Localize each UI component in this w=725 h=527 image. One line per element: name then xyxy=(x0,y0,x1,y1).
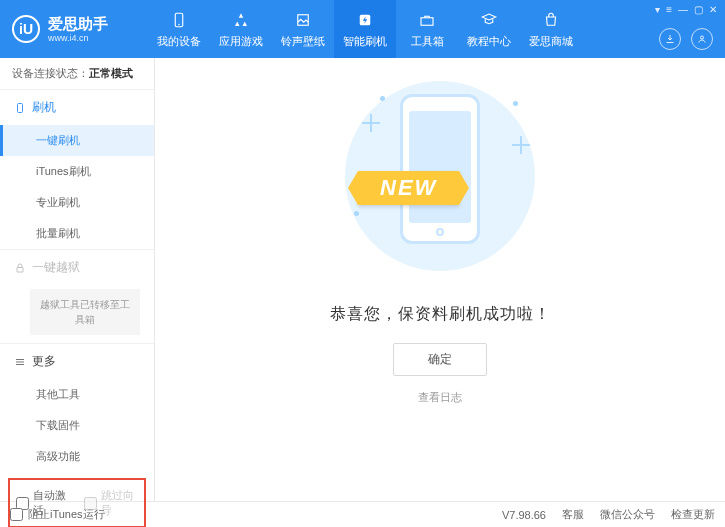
tab-ringtones[interactable]: 铃声壁纸 xyxy=(272,0,334,58)
success-message: 恭喜您，保资料刷机成功啦！ xyxy=(330,304,551,325)
flash-section-icon xyxy=(14,102,26,114)
nav-tabs: 我的设备 应用游戏 铃声壁纸 智能刷机 工具箱 教程中心 爱思商城 xyxy=(148,0,582,58)
svg-rect-4 xyxy=(421,17,433,25)
svg-rect-6 xyxy=(18,103,23,112)
main-content: NEW 恭喜您，保资料刷机成功啦！ 确定 查看日志 xyxy=(155,58,725,501)
sidebar-item-other-tools[interactable]: 其他工具 xyxy=(0,379,154,410)
checkbox-block-itunes[interactable]: 阻止iTunes运行 xyxy=(10,507,105,522)
new-ribbon: NEW xyxy=(358,171,459,205)
app-title: 爱思助手 xyxy=(48,15,108,33)
version-label: V7.98.66 xyxy=(502,509,546,521)
store-icon xyxy=(541,10,561,30)
sidebar-item-advanced[interactable]: 高级功能 xyxy=(0,441,154,472)
sidebar-item-download-firmware[interactable]: 下载固件 xyxy=(0,410,154,441)
app-url: www.i4.cn xyxy=(48,33,108,44)
close-icon[interactable]: ✕ xyxy=(709,4,717,15)
app-header: iU 爱思助手 www.i4.cn 我的设备 应用游戏 铃声壁纸 智能刷机 工具… xyxy=(0,0,725,58)
footer-link-support[interactable]: 客服 xyxy=(562,507,584,522)
section-jailbreak[interactable]: 一键越狱 xyxy=(0,250,154,285)
success-illustration: NEW xyxy=(340,76,540,276)
tab-smart-flash[interactable]: 智能刷机 xyxy=(334,0,396,58)
lock-icon xyxy=(14,262,26,274)
tab-store[interactable]: 爱思商城 xyxy=(520,0,582,58)
minimize-icon[interactable]: — xyxy=(678,4,688,15)
sidebar: 设备连接状态：正常模式 刷机 一键刷机 iTunes刷机 专业刷机 批量刷机 一… xyxy=(0,58,155,501)
logo-icon: iU xyxy=(12,15,40,43)
svg-point-1 xyxy=(178,23,180,25)
sidebar-item-batch-flash[interactable]: 批量刷机 xyxy=(0,218,154,249)
section-more[interactable]: 更多 xyxy=(0,344,154,379)
dropdown-icon[interactable]: ▾ xyxy=(655,4,660,15)
wallpaper-icon xyxy=(293,10,313,30)
svg-point-5 xyxy=(701,36,704,39)
app-icon xyxy=(231,10,251,30)
footer-link-update[interactable]: 检查更新 xyxy=(671,507,715,522)
sidebar-item-itunes-flash[interactable]: iTunes刷机 xyxy=(0,156,154,187)
flash-icon xyxy=(355,10,375,30)
ok-button[interactable]: 确定 xyxy=(393,343,487,376)
svg-rect-7 xyxy=(17,267,23,272)
maximize-icon[interactable]: ▢ xyxy=(694,4,703,15)
view-log-link[interactable]: 查看日志 xyxy=(418,390,462,405)
tab-my-device[interactable]: 我的设备 xyxy=(148,0,210,58)
window-controls: ▾ ≡ — ▢ ✕ xyxy=(655,4,717,15)
jailbreak-note: 越狱工具已转移至工具箱 xyxy=(30,289,140,335)
menu-icon[interactable]: ≡ xyxy=(666,4,672,15)
logo-area: iU 爱思助手 www.i4.cn xyxy=(0,15,148,44)
sidebar-item-oneclick-flash[interactable]: 一键刷机 xyxy=(0,125,154,156)
phone-icon xyxy=(169,10,189,30)
user-button[interactable] xyxy=(691,28,713,50)
more-icon xyxy=(14,356,26,368)
tab-tutorials[interactable]: 教程中心 xyxy=(458,0,520,58)
sidebar-item-pro-flash[interactable]: 专业刷机 xyxy=(0,187,154,218)
download-button[interactable] xyxy=(659,28,681,50)
footer-link-wechat[interactable]: 微信公众号 xyxy=(600,507,655,522)
connection-status: 设备连接状态：正常模式 xyxy=(0,58,154,90)
section-flash[interactable]: 刷机 xyxy=(0,90,154,125)
tab-apps[interactable]: 应用游戏 xyxy=(210,0,272,58)
toolbox-icon xyxy=(417,10,437,30)
tab-toolbox[interactable]: 工具箱 xyxy=(396,0,458,58)
tutorial-icon xyxy=(479,10,499,30)
